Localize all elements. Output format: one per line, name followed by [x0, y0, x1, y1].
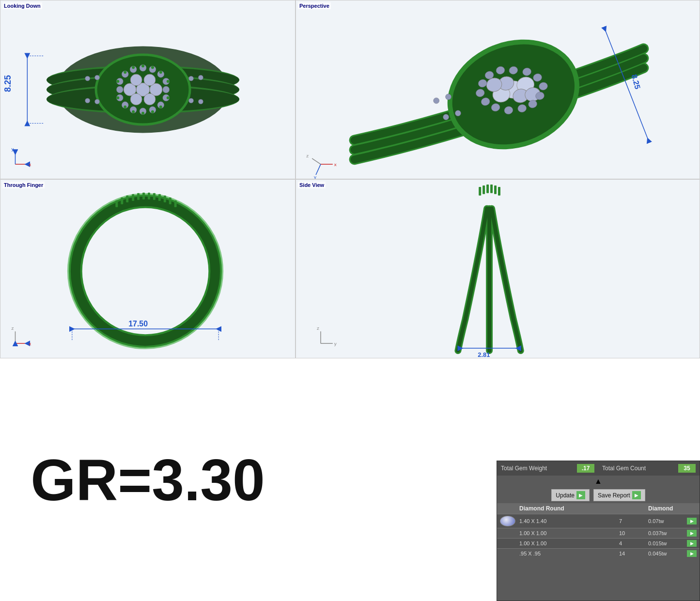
- viewport-perspective: Perspective: [296, 0, 700, 179]
- save-report-arrow-icon: ▶: [632, 491, 641, 499]
- svg-point-50: [116, 96, 119, 99]
- svg-text:x: x: [29, 341, 31, 346]
- svg-point-36: [85, 98, 90, 103]
- svg-rect-101: [137, 193, 140, 200]
- svg-point-20: [163, 86, 170, 93]
- svg-point-87: [434, 98, 439, 104]
- svg-point-52: [124, 71, 126, 74]
- svg-point-85: [443, 114, 449, 120]
- svg-line-93: [312, 158, 321, 164]
- right-bottom-area: Total Gem Weight .17 Total Gem Count 35 …: [296, 358, 700, 601]
- gem-weight: 0.015tw: [648, 540, 687, 546]
- svg-rect-103: [148, 193, 150, 200]
- svg-text:8.25: 8.25: [3, 75, 13, 92]
- svg-text:y: y: [314, 174, 316, 179]
- viewport-side-view: Side View: [296, 179, 700, 358]
- svg-rect-111: [174, 200, 177, 207]
- svg-rect-124: [494, 185, 497, 194]
- svg-rect-121: [482, 185, 485, 194]
- svg-point-13: [144, 74, 156, 86]
- svg-rect-102: [142, 193, 145, 200]
- looking-down-label: Looking Down: [2, 2, 42, 9]
- svg-point-44: [167, 96, 170, 99]
- total-gem-weight-label: Total Gem Weight: [501, 465, 574, 472]
- gem-panel: Total Gem Weight .17 Total Gem Count 35 …: [497, 461, 700, 601]
- svg-text:x: x: [334, 162, 337, 167]
- svg-text:y: y: [334, 341, 337, 346]
- gem-row-arrow[interactable]: ▶: [687, 518, 697, 524]
- svg-text:8.25: 8.25: [630, 74, 642, 90]
- svg-text:2.81: 2.81: [478, 351, 490, 358]
- scroll-up-area: ▲: [497, 476, 700, 487]
- svg-point-34: [189, 76, 194, 81]
- gem-size: 1.00 X 1.00: [519, 530, 619, 536]
- svg-rect-104: [153, 193, 156, 200]
- svg-point-37: [95, 99, 100, 104]
- svg-rect-122: [486, 185, 489, 193]
- gem-table-row: 1.00 X 1.00 4 0.015tw ▶: [497, 538, 700, 548]
- viewport-grid: Looking Down: [0, 0, 700, 358]
- gem-table-header: Diamond Round Diamond: [497, 503, 700, 514]
- gem-panel-header: Total Gem Weight .17 Total Gem Count 35: [497, 461, 700, 476]
- gem-count: 10: [619, 530, 648, 536]
- svg-rect-107: [121, 198, 123, 204]
- save-report-button[interactable]: Save Report ▶: [593, 489, 645, 501]
- update-arrow-icon: ▶: [576, 491, 585, 499]
- svg-rect-108: [115, 200, 118, 207]
- gem-row-arrow[interactable]: ▶: [687, 530, 697, 537]
- svg-point-53: [132, 66, 135, 69]
- svg-point-15: [144, 93, 156, 105]
- gem-count: 14: [619, 551, 648, 556]
- svg-point-14: [130, 93, 142, 105]
- gem-count: 4: [619, 540, 648, 546]
- svg-rect-100: [132, 194, 134, 201]
- svg-rect-125: [498, 187, 500, 196]
- svg-text:x: x: [29, 162, 31, 167]
- svg-line-95: [316, 164, 321, 175]
- gem-count: 7: [619, 518, 648, 524]
- svg-point-45: [159, 106, 162, 108]
- svg-point-49: [124, 106, 126, 108]
- svg-point-48: [132, 110, 135, 113]
- save-report-label: Save Report: [598, 492, 630, 499]
- svg-point-35: [198, 75, 203, 80]
- perspective-label: Perspective: [298, 2, 331, 9]
- svg-point-39: [198, 99, 203, 104]
- update-label: Update: [556, 492, 575, 499]
- gem-size: .95 X .95: [519, 551, 619, 556]
- svg-point-28: [116, 86, 123, 93]
- gem-type-col: Diamond Round: [519, 505, 619, 512]
- svg-point-88: [446, 94, 451, 100]
- svg-point-86: [455, 110, 461, 116]
- svg-point-12: [130, 74, 142, 86]
- svg-point-40: [141, 64, 144, 67]
- gem-panel-controls: Update ▶ Save Report ▶: [497, 487, 700, 503]
- gr-display: GR=3.30: [0, 358, 296, 601]
- scroll-up-button[interactable]: ▲: [594, 477, 602, 486]
- side-view-label: Side View: [298, 182, 326, 188]
- svg-rect-123: [490, 185, 493, 193]
- gem-weight: 0.045tw: [648, 551, 687, 556]
- svg-rect-105: [158, 194, 161, 201]
- gem-table-row: 1.00 X 1.00 10 0.037tw ▶: [497, 528, 700, 538]
- gem-weight-col: Diamond: [648, 505, 687, 512]
- update-button[interactable]: Update ▶: [551, 489, 590, 501]
- viewport-through-finger: Through Finger: [0, 179, 296, 358]
- gem-weight: 0.07tw: [648, 518, 687, 524]
- svg-point-51: [116, 80, 119, 83]
- bottom-section: GR=3.30 Total Gem Weight .17 Total Gem C…: [0, 358, 700, 601]
- svg-text:z: z: [306, 153, 309, 158]
- gem-icon: [500, 516, 515, 526]
- svg-rect-106: [126, 196, 128, 202]
- gem-table-row: .95 X .95 14 0.045tw ▶: [497, 548, 700, 558]
- gr-value: GR=3.30: [31, 447, 265, 513]
- svg-point-42: [159, 71, 162, 74]
- svg-rect-109: [164, 196, 166, 202]
- svg-point-41: [151, 66, 154, 69]
- gem-row-arrow[interactable]: ▶: [687, 540, 697, 547]
- gem-row-arrow[interactable]: ▶: [687, 550, 697, 557]
- total-gem-count-label: Total Gem Count: [602, 465, 675, 472]
- gem-size: 1.00 X 1.00: [519, 540, 619, 546]
- svg-rect-120: [479, 187, 481, 196]
- svg-point-38: [189, 98, 194, 103]
